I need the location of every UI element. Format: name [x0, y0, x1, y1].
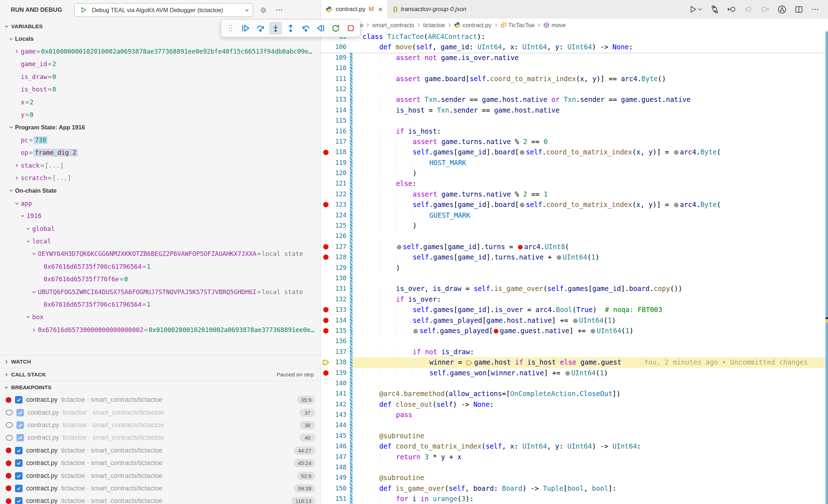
- breakpoint-row[interactable]: contract.pytictactoe · smart_contracts/t…: [0, 457, 320, 469]
- breakpoint-gutter[interactable]: [321, 410, 331, 420]
- breakpoint-gutter[interactable]: [321, 252, 331, 262]
- code-line[interactable]: 112: [321, 84, 828, 94]
- variable-row[interactable]: OEYWY64H3D7QK6KCGG6NM2XKKOTZB6BEGZ2P6VAW…: [0, 248, 320, 260]
- step-back-icon[interactable]: [299, 22, 312, 35]
- breakpoint-gutter[interactable]: [321, 452, 331, 462]
- breakpoint-gutter[interactable]: [321, 53, 331, 63]
- chevron-down-icon[interactable]: [24, 315, 32, 319]
- inline-breakpoint-icon[interactable]: [573, 318, 578, 323]
- breakpoint-gutter[interactable]: [321, 263, 331, 273]
- gear-icon[interactable]: [258, 5, 269, 15]
- code-line[interactable]: 151 for i in urange(3):: [321, 494, 828, 504]
- breakpoint-row[interactable]: contract.pytictactoe · smart_contracts/t…: [0, 394, 320, 406]
- breakpoint-gutter[interactable]: [321, 105, 331, 115]
- breakpoint-row[interactable]: contract.pytictactoe · smart_contracts/t…: [0, 482, 320, 495]
- inline-breakpoint-icon[interactable]: [520, 203, 524, 207]
- inline-breakpoint-icon[interactable]: [591, 329, 595, 333]
- breakpoint-checkbox[interactable]: [15, 396, 23, 404]
- code-line[interactable]: 141 @arc4.baremethod(allow_actions=[OnCo…: [321, 389, 828, 399]
- variable-row[interactable]: local: [0, 235, 320, 247]
- code-editor[interactable]: 109 assert not game.is_over.native110111…: [321, 31, 828, 504]
- code-line[interactable]: 148: [321, 462, 828, 473]
- previous-diff-icon[interactable]: [744, 5, 753, 14]
- run-icon[interactable]: [689, 5, 703, 14]
- code-line[interactable]: 133 self.games[game_id].is_over = arc4.B…: [321, 305, 828, 315]
- code-line[interactable]: 142 def close_out(self) -> None:: [321, 399, 828, 410]
- overview-ruler[interactable]: [825, 31, 828, 504]
- breakpoint-row[interactable]: contract.pytictactoe · smart_contracts/t…: [0, 444, 320, 457]
- breakpoint-gutter[interactable]: [321, 441, 331, 451]
- breakpoint-gutter[interactable]: [321, 210, 331, 221]
- code-line[interactable]: 114 is_host = Txn.sender == game.host.na…: [321, 105, 828, 115]
- breakpoint-checkbox[interactable]: [16, 409, 24, 416]
- open-changes-icon[interactable]: [710, 5, 719, 14]
- code-line[interactable]: 110: [321, 63, 828, 73]
- breakpoint-row[interactable]: contract.pytictactoe · smart_contracts/t…: [0, 431, 320, 444]
- breakpoint-gutter[interactable]: [321, 462, 331, 473]
- breadcrumb-item-TicTacToe[interactable]: TicTacToe: [501, 22, 535, 29]
- breakpoint-gutter[interactable]: [321, 378, 331, 389]
- code-line[interactable]: 129 ): [321, 263, 828, 273]
- variable-row[interactable]: box: [0, 311, 320, 323]
- variable-row[interactable]: op = frame_dig 2: [0, 147, 320, 159]
- breakpoint-checkbox[interactable]: [15, 447, 23, 454]
- tab-transaction-group-0.json[interactable]: {}transaction-group-0.json: [388, 0, 472, 19]
- breakpoint-gutter[interactable]: [321, 483, 331, 494]
- more-actions-icon[interactable]: [274, 5, 285, 15]
- variable-row[interactable]: game_id = 2: [0, 58, 320, 70]
- breakpoint-gutter[interactable]: [321, 221, 331, 231]
- variable-row[interactable]: stack = [...]: [0, 159, 320, 172]
- breakpoint-checkbox[interactable]: [15, 485, 23, 492]
- breakpoint-gutter[interactable]: [321, 189, 331, 199]
- breakpoint-gutter[interactable]: [321, 494, 331, 504]
- variable-row[interactable]: 0x67616d65735f706c61796564 = 1: [0, 260, 320, 273]
- next-diff-icon[interactable]: [760, 5, 770, 14]
- breakpoint-gutter[interactable]: [321, 147, 331, 157]
- code-line[interactable]: 124 GUEST_MARK: [321, 210, 828, 221]
- breakpoint-checkbox[interactable]: [16, 434, 24, 441]
- breakpoint-gutter[interactable]: [321, 389, 331, 399]
- chevron-down-icon[interactable]: [19, 214, 26, 218]
- inline-breakpoint-icon[interactable]: [413, 329, 418, 333]
- breakpoint-gutter[interactable]: [321, 126, 331, 137]
- breakpoint-gutter[interactable]: [321, 420, 331, 430]
- breakpoint-gutter[interactable]: [321, 158, 331, 168]
- code-line[interactable]: 145 @subroutine: [321, 431, 828, 441]
- breadcrumb-item-smart_contracts[interactable]: smart_contracts: [372, 22, 414, 29]
- step-out-icon[interactable]: [284, 22, 297, 35]
- code-line[interactable]: 143 pass: [321, 410, 828, 420]
- inline-breakpoint-icon[interactable]: [674, 150, 679, 155]
- breadcrumb-item-tictactoe[interactable]: tictactoe: [423, 22, 445, 29]
- breakpoint-row[interactable]: contract.pytictactoe · smart_contracts/t…: [0, 406, 320, 419]
- start-debug-icon[interactable]: [78, 5, 89, 15]
- breakpoint-gutter[interactable]: [321, 294, 331, 305]
- breakpoint-gutter[interactable]: [321, 199, 331, 210]
- breakpoint-checkbox[interactable]: [15, 459, 23, 467]
- inline-breakpoint-active-icon[interactable]: [518, 245, 523, 249]
- code-line[interactable]: 117 assert game.turns.native % 2 == 0: [321, 137, 828, 147]
- breakpoint-gutter[interactable]: [321, 94, 331, 105]
- breakpoint-checkbox[interactable]: [15, 497, 23, 504]
- breakpoint-gutter[interactable]: [321, 473, 331, 483]
- breakpoint-checkbox[interactable]: [15, 472, 23, 480]
- variables-group-header[interactable]: On-chain State: [0, 184, 320, 197]
- continue-icon[interactable]: [239, 22, 252, 35]
- breakpoint-gutter[interactable]: [321, 273, 331, 283]
- call-stack-section-header[interactable]: CALL STACK Paused on step: [0, 368, 320, 381]
- tab-contract.py[interactable]: contract.pyM×: [321, 0, 388, 19]
- code-line[interactable]: 138 winner = game.host if is_host else g…: [321, 357, 828, 367]
- breakpoint-gutter[interactable]: [321, 84, 331, 94]
- code-line[interactable]: 139 self.games_won[winner.native] += UIn…: [321, 368, 828, 378]
- code-line[interactable]: 33class TicTacToe(ARC4Contract):: [321, 31, 828, 42]
- breakpoint-row[interactable]: contract.pytictactoe · smart_contracts/t…: [0, 469, 320, 482]
- breakpoint-gutter[interactable]: [321, 115, 331, 126]
- breakpoint-gutter[interactable]: [321, 336, 331, 346]
- code-line[interactable]: 119 HOST_MARK: [321, 158, 828, 168]
- chevron-down-icon[interactable]: [30, 252, 38, 256]
- code-line[interactable]: 111 assert game.board[self.coord_to_matr…: [321, 74, 828, 84]
- breakpoint-gutter[interactable]: [321, 42, 331, 52]
- breakpoint-row[interactable]: contract.pytictactoe · smart_contracts/t…: [0, 495, 320, 504]
- code-line[interactable]: 140: [321, 378, 828, 389]
- breakpoint-gutter[interactable]: [321, 326, 331, 336]
- breakpoint-gutter[interactable]: [321, 74, 331, 84]
